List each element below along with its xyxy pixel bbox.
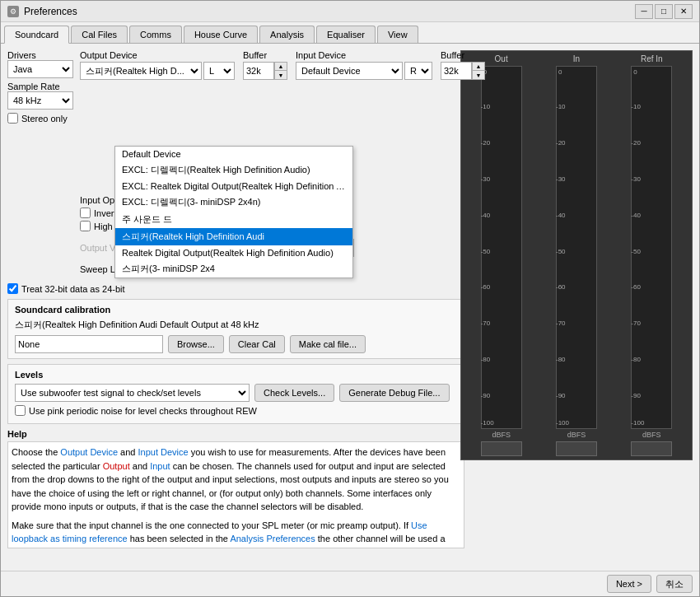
tab-view[interactable]: View [377, 26, 418, 43]
levels-dropdown[interactable]: Use subwoofer test signal to check/set l… [15, 384, 250, 402]
tab-cal-files[interactable]: Cal Files [71, 26, 128, 43]
soundcard-calibration-section: Soundcard calibration 스피커(Realtek High D… [7, 299, 464, 359]
output-buffer-up[interactable]: ▲ [275, 63, 287, 71]
minimize-button[interactable]: ─ [635, 4, 653, 19]
tab-soundcard[interactable]: Soundcard [4, 26, 69, 44]
meter-ref-in: Ref In 0 -10 -20 -30 -40 -50 -60 -70 -80… [615, 54, 688, 456]
dropdown-item-3[interactable]: EXCL: 디렐펙디(3- miniDSP 2x4n) [115, 194, 352, 211]
drivers-select[interactable]: Java ASIO [7, 60, 73, 78]
title-bar: ⚙ Preferences ─ □ ✕ [1, 1, 699, 22]
dropdown-item-0[interactable]: Default Device [115, 147, 352, 161]
meter-out-button[interactable] [481, 441, 522, 456]
output-channel-select[interactable]: LRBoth [203, 62, 235, 80]
help-content[interactable]: Choose the Output Device and Input Devic… [7, 441, 464, 548]
levels-title: Levels [15, 370, 457, 380]
dropdown-item-5[interactable]: 스피커(Realtek High Definition Audi [115, 228, 352, 245]
output-buffer-down[interactable]: ▼ [275, 71, 287, 79]
output-buffer-input[interactable] [243, 62, 274, 80]
top-row: Drivers Java ASIO Sample Rate 48 kHz [7, 50, 464, 278]
help-title: Help [7, 429, 464, 439]
help-loopback-link: Use loopback as timing reference [12, 520, 427, 544]
help-input-device-link: Input Device [138, 447, 189, 457]
meter-ref-in-button[interactable] [631, 441, 672, 456]
meter-in-label: In [573, 54, 580, 63]
check-levels-button[interactable]: Check Levels... [254, 384, 334, 402]
input-device-select[interactable]: Default Device [296, 62, 403, 80]
preferences-window: ⚙ Preferences ─ □ ✕ Soundcard Cal Files … [0, 0, 700, 597]
clear-cal-button[interactable]: Clear Cal [229, 335, 285, 353]
invert-checkbox[interactable] [80, 208, 91, 218]
treat-32bit-row: Treat 32-bit data as 24-bit [7, 283, 464, 294]
meter-ref-in-label: Ref In [641, 54, 663, 63]
dropdown-item-7[interactable]: 스피커(3- miniDSP 2x4 [115, 260, 352, 278]
input-buffer-down[interactable]: ▼ [473, 71, 484, 79]
tab-comms[interactable]: Comms [129, 26, 182, 43]
soundcard-calibration-desc: 스피커(Realtek High Definition Audi Default… [15, 319, 457, 331]
left-panel: Drivers Java ASIO Sample Rate 48 kHz [7, 50, 464, 548]
drivers-label: Drivers [7, 50, 73, 60]
main-content: Out 0 -10 -20 -30 -40 -50 -60 -70 -80 -9… [1, 44, 699, 571]
maximize-button[interactable]: □ [655, 4, 673, 19]
output-device-label: Output Device [80, 50, 235, 60]
high-pass-checkbox[interactable] [80, 221, 91, 231]
meter-out-unit: dBFS [492, 431, 511, 439]
output-buffer-label: Buffer [243, 50, 287, 60]
meter-in-track: 0 -10 -20 -30 -40 -50 -60 -70 -80 -90 -1… [556, 66, 597, 429]
meter-out-track: 0 -10 -20 -30 -40 -50 -60 -70 -80 -90 -1… [481, 66, 522, 429]
pink-noise-checkbox[interactable] [15, 405, 26, 416]
help-paragraph-2: Make sure that the input channel is the … [12, 519, 460, 549]
bottom-bar: Next > 취소 [1, 571, 699, 596]
pink-noise-label: Use pink periodic noise for level checks… [29, 406, 257, 416]
dropdown-item-4[interactable]: 주 사운드 드 [115, 211, 352, 228]
sample-rate-label: Sample Rate [7, 82, 73, 91]
app-icon: ⚙ [7, 6, 19, 17]
treat-32bit-checkbox[interactable] [7, 283, 18, 294]
meter-ref-in-unit: dBFS [642, 431, 661, 439]
tab-bar: Soundcard Cal Files Comms House Curve An… [1, 22, 699, 44]
dropdown-item-6[interactable]: Realtek Digital Output(Realtek High Defi… [115, 245, 352, 260]
output-buffer-spinner: ▲ ▼ [243, 62, 287, 80]
tab-analysis[interactable]: Analysis [259, 26, 315, 43]
sample-rate-select[interactable]: 48 kHz [7, 91, 73, 110]
soundcard-calibration-title: Soundcard calibration [15, 305, 457, 315]
stereo-only-label: Stereo only [21, 114, 68, 124]
meter-in-button[interactable] [556, 441, 597, 456]
input-buffer-up[interactable]: ▲ [473, 63, 484, 71]
meter-out-label: Out [495, 54, 508, 63]
browse-button[interactable]: Browse... [168, 335, 224, 353]
calibration-file-input[interactable] [15, 335, 163, 353]
generate-debug-button[interactable]: Generate Debug File... [339, 384, 449, 402]
meter-in: In 0 -10 -20 -30 -40 -50 -60 -70 -80 -90… [539, 54, 613, 456]
input-channel-select[interactable]: RL [404, 62, 432, 80]
make-cal-button[interactable]: Make cal file... [290, 335, 366, 353]
help-input-link: Input [150, 461, 170, 471]
drivers-group: Drivers Java ASIO Sample Rate 48 kHz [7, 50, 73, 278]
input-device-label: Input Device [296, 50, 432, 60]
next-button[interactable]: Next > [607, 575, 651, 593]
output-device-group: Output Device 스피커(Realtek High D... LRBo… [80, 50, 485, 278]
invert-label: Invert [94, 208, 117, 218]
help-analysis-prefs-link: Analysis Preferences [230, 534, 315, 543]
levels-section: Levels Use subwoofer test signal to chec… [7, 364, 464, 424]
dropdown-item-1[interactable]: EXCL: 디렐펙디(Realtek High Definition Audio… [115, 161, 352, 179]
help-section-outer: Help Choose the Output Device and Input … [7, 429, 464, 548]
window-title: Preferences [24, 6, 77, 17]
cancel-button[interactable]: 취소 [656, 575, 693, 593]
meter-ref-in-track: 0 -10 -20 -30 -40 -50 -60 -70 -80 -90 -1… [631, 66, 672, 429]
dropdown-item-2[interactable]: EXCL: Realtek Digital Output(Realtek Hig… [115, 179, 352, 194]
treat-32bit-label: Treat 32-bit data as 24-bit [21, 284, 125, 294]
output-device-select[interactable]: 스피커(Realtek High D... [80, 62, 202, 80]
help-output-link: Output [103, 461, 130, 471]
help-output-device-link: Output Device [60, 447, 118, 457]
meter-in-unit: dBFS [567, 431, 586, 439]
input-buffer-label: Buffer [441, 50, 485, 60]
close-button[interactable]: ✕ [674, 4, 693, 19]
meters-area: Out 0 -10 -20 -30 -40 -50 -60 -70 -80 -9… [460, 50, 693, 460]
output-device-dropdown: Default Device EXCL: 디렐펙디(Realtek High D… [114, 146, 353, 278]
tab-house-curve[interactable]: House Curve [184, 26, 258, 43]
help-paragraph-1: Choose the Output Device and Input Devic… [12, 445, 460, 514]
input-buffer-input[interactable] [441, 62, 472, 80]
stereo-only-checkbox[interactable] [7, 113, 18, 124]
stereo-only-row: Stereo only [7, 113, 73, 124]
tab-equaliser[interactable]: Equaliser [316, 26, 376, 43]
